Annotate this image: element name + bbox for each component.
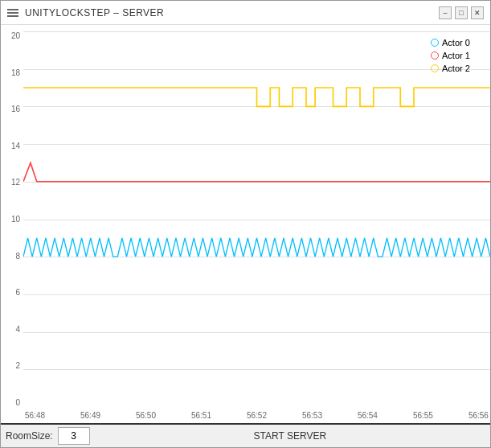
window-controls: – □ ✕ (439, 6, 484, 19)
actor2-label: Actor 2 (442, 64, 470, 73)
y-label-10: 10 (11, 215, 20, 224)
main-window: UNITYLOCKSTEP – SERVER – □ ✕ 20 18 16 14… (0, 0, 491, 448)
y-label-16: 16 (11, 105, 20, 113)
y-label-12: 12 (11, 178, 20, 187)
y-axis: 20 18 16 14 12 10 8 6 4 2 0 (1, 31, 23, 423)
y-label-6: 6 (15, 288, 20, 297)
actor1-dot (431, 51, 439, 60)
close-button[interactable]: ✕ (471, 6, 484, 19)
actor0-dot (431, 39, 439, 47)
actor2-line (23, 88, 490, 106)
x-label-4: 56:52 (247, 411, 267, 420)
chart-main: Actor 0 Actor 1 Actor 2 56:48 56:49 56:5 (23, 31, 490, 423)
maximize-button[interactable]: □ (455, 6, 468, 19)
x-label-2: 56:50 (136, 411, 156, 420)
title-bar: UNITYLOCKSTEP – SERVER – □ ✕ (1, 1, 490, 25)
y-label-8: 8 (15, 252, 20, 261)
x-label-5: 56:53 (302, 411, 322, 420)
chart-area: 20 18 16 14 12 10 8 6 4 2 0 (1, 25, 490, 423)
menu-icon[interactable] (7, 9, 18, 17)
actor0-line (23, 238, 490, 257)
x-label-6: 56:54 (358, 411, 378, 420)
legend-actor1: Actor 1 (431, 51, 487, 60)
legend-actor2: Actor 2 (431, 64, 487, 73)
minimize-button[interactable]: – (439, 6, 452, 19)
x-label-8: 56:56 (468, 411, 489, 420)
roomsize-label: RoomSize: (1, 430, 58, 442)
title-bar-left: UNITYLOCKSTEP – SERVER (7, 7, 164, 18)
actor1-label: Actor 1 (442, 51, 470, 60)
window-title: UNITYLOCKSTEP – SERVER (25, 7, 164, 18)
y-label-2: 2 (15, 361, 20, 370)
y-label-14: 14 (11, 142, 20, 150)
x-label-3: 56:51 (191, 411, 211, 420)
bottom-bar: RoomSize: START SERVER (1, 423, 490, 447)
y-label-18: 18 (11, 68, 20, 77)
actor0-label: Actor 0 (442, 38, 470, 47)
legend-actor0: Actor 0 (431, 38, 487, 47)
actor2-dot (431, 64, 439, 72)
roomsize-input[interactable] (58, 427, 90, 445)
start-server-button[interactable]: START SERVER (90, 430, 490, 442)
actor1-line (23, 162, 490, 181)
x-axis: 56:48 56:49 56:50 56:51 56:52 56:53 56:5… (23, 407, 490, 423)
x-label-1: 56:49 (80, 411, 100, 420)
y-label-4: 4 (15, 325, 20, 334)
y-label-0: 0 (15, 398, 20, 407)
x-label-0: 56:48 (25, 411, 45, 420)
y-label-20: 20 (11, 31, 20, 40)
x-label-7: 56:55 (413, 411, 433, 420)
chart-legend: Actor 0 Actor 1 Actor 2 (431, 38, 487, 73)
chart-svg (23, 31, 490, 407)
chart-plot: Actor 0 Actor 1 Actor 2 (23, 31, 490, 407)
